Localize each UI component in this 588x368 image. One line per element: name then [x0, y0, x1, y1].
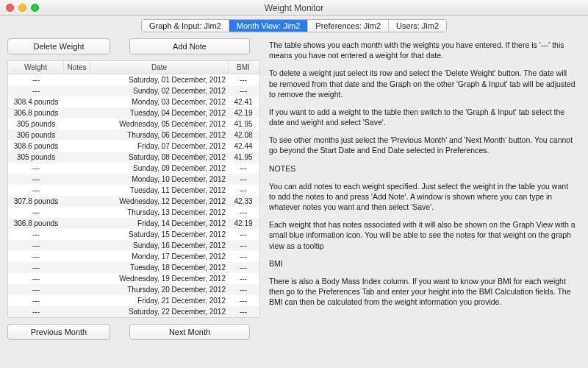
cell-weight: --- [8, 163, 64, 174]
cell-notes [64, 185, 90, 196]
minimize-icon[interactable] [18, 4, 26, 12]
cell-notes [64, 207, 90, 218]
col-bmi[interactable]: BMI [229, 61, 258, 74]
tab-bar: Graph & Input: Jim2 Month View: Jim2 Pre… [0, 16, 588, 37]
table-row[interactable]: ---Wednesday, 19 December, 2012--- [8, 273, 259, 284]
tab-preferences[interactable]: Preferences: Jim2 [308, 20, 389, 32]
table-row[interactable]: ---Friday, 21 December, 2012--- [8, 295, 259, 306]
table-row[interactable]: ---Sunday, 02 December, 2012--- [8, 85, 259, 96]
table-row[interactable]: 306.8 poundsFriday, 14 December, 201242.… [8, 218, 259, 229]
cell-date: Thursday, 13 December, 2012 [90, 207, 229, 218]
next-month-button[interactable]: Next Month [129, 324, 250, 340]
cell-bmi: --- [229, 251, 258, 262]
cell-bmi: --- [229, 74, 258, 85]
cell-bmi: 41.95 [229, 152, 258, 163]
cell-weight: --- [8, 251, 64, 262]
cell-bmi: 42.19 [229, 107, 258, 118]
table-row[interactable]: ---Sunday, 09 December, 2012--- [8, 163, 259, 174]
window-titlebar: Weight Monitor [0, 0, 588, 16]
table-row[interactable]: 307.8 poundsWednesday, 12 December, 2012… [8, 196, 259, 207]
cell-date: Tuesday, 11 December, 2012 [90, 185, 229, 196]
cell-notes [64, 218, 90, 229]
table-row[interactable]: ---Saturday, 01 December, 2012--- [8, 74, 259, 85]
col-notes[interactable]: Notes [64, 61, 90, 74]
table-row[interactable]: 308.6 poundsFriday, 07 December, 201242.… [8, 141, 259, 152]
tab-month-view[interactable]: Month View: Jim2 [229, 20, 309, 32]
table-row[interactable]: 305 poundsWednesday, 05 December, 201241… [8, 118, 259, 130]
cell-bmi: --- [229, 163, 258, 174]
tab-users[interactable]: Users: Jim2 [389, 20, 446, 32]
cell-date: Saturday, 08 December, 2012 [90, 152, 229, 163]
cell-notes [64, 262, 90, 273]
cell-weight: --- [8, 273, 64, 284]
window-controls [6, 4, 39, 12]
cell-notes [64, 141, 90, 152]
table-row[interactable]: 306 poundsThursday, 06 December, 201242.… [8, 130, 259, 141]
cell-date: Friday, 07 December, 2012 [90, 141, 229, 152]
cell-weight: --- [8, 284, 64, 295]
weights-table[interactable]: Weight Notes Date BMI ---Saturday, 01 De… [7, 60, 260, 318]
table-row[interactable]: ---Thursday, 20 December, 2012--- [8, 284, 259, 295]
table-row[interactable]: ---Thursday, 13 December, 2012--- [8, 207, 259, 218]
cell-notes [64, 273, 90, 284]
table-row[interactable]: 305 poundsSaturday, 08 December, 201241.… [8, 152, 259, 163]
cell-notes [64, 306, 90, 317]
tab-graph-input[interactable]: Graph & Input: Jim2 [142, 20, 229, 32]
cell-notes [64, 130, 90, 141]
cell-weight: 307.8 pounds [8, 196, 64, 207]
cell-bmi: --- [229, 85, 258, 96]
cell-date: Thursday, 06 December, 2012 [90, 130, 229, 141]
cell-weight: 306.8 pounds [8, 218, 64, 229]
cell-notes [64, 74, 90, 85]
cell-date: Wednesday, 05 December, 2012 [90, 118, 229, 130]
cell-date: Saturday, 22 December, 2012 [90, 306, 229, 317]
table-row[interactable]: ---Tuesday, 18 December, 2012--- [8, 262, 259, 273]
cell-weight: --- [8, 240, 64, 251]
table-row[interactable]: ---Saturday, 15 December, 2012--- [8, 229, 259, 240]
table-row[interactable]: ---Saturday, 22 December, 2012--- [8, 306, 259, 317]
previous-month-button[interactable]: Previous Month [7, 324, 110, 340]
cell-notes [64, 96, 90, 107]
cell-bmi: --- [229, 295, 258, 306]
cell-bmi: --- [229, 229, 258, 240]
cell-bmi: --- [229, 262, 258, 273]
cell-bmi: 41.95 [229, 118, 258, 130]
cell-notes [64, 118, 90, 130]
help-text: If you want to add a weight to the table… [269, 107, 576, 127]
cell-bmi: 42.33 [229, 196, 258, 207]
cell-date: Monday, 03 December, 2012 [90, 96, 229, 107]
cell-weight: 306.8 pounds [8, 107, 64, 118]
table-row[interactable]: ---Monday, 10 December, 2012--- [8, 174, 259, 185]
cell-date: Wednesday, 12 December, 2012 [90, 196, 229, 207]
zoom-icon[interactable] [31, 4, 39, 12]
cell-date: Sunday, 09 December, 2012 [90, 163, 229, 174]
cell-weight: --- [8, 207, 64, 218]
table-row[interactable]: ---Tuesday, 11 December, 2012--- [8, 185, 259, 196]
close-icon[interactable] [6, 4, 14, 12]
cell-bmi: 42.44 [229, 141, 258, 152]
cell-bmi: 42.08 [229, 130, 258, 141]
cell-weight: --- [8, 306, 64, 317]
table-row[interactable]: ---Sunday, 16 December, 2012--- [8, 240, 259, 251]
tab-segmented-control: Graph & Input: Jim2 Month View: Jim2 Pre… [141, 19, 447, 32]
help-text: To delete a weight just select its row a… [269, 68, 576, 99]
table-row[interactable]: 306.8 poundsTuesday, 04 December, 201242… [8, 107, 259, 118]
table-row[interactable]: ---Monday, 17 December, 2012--- [8, 251, 259, 262]
add-note-button[interactable]: Add Note [129, 38, 250, 54]
cell-notes [64, 107, 90, 118]
cell-weight: --- [8, 174, 64, 185]
cell-date: Thursday, 20 December, 2012 [90, 284, 229, 295]
delete-weight-button[interactable]: Delete Weight [7, 38, 110, 54]
cell-notes [64, 229, 90, 240]
cell-bmi: --- [229, 207, 258, 218]
cell-weight: --- [8, 85, 64, 96]
col-date[interactable]: Date [90, 61, 229, 74]
cell-notes [64, 251, 90, 262]
help-heading-notes: NOTES [269, 163, 576, 174]
cell-date: Friday, 14 December, 2012 [90, 218, 229, 229]
cell-notes [64, 295, 90, 306]
help-text: There is also a Body Mass Index column. … [269, 276, 576, 308]
col-weight[interactable]: Weight [8, 61, 64, 74]
table-row[interactable]: 308.4 poundsMonday, 03 December, 201242.… [8, 96, 259, 107]
cell-notes [64, 196, 90, 207]
